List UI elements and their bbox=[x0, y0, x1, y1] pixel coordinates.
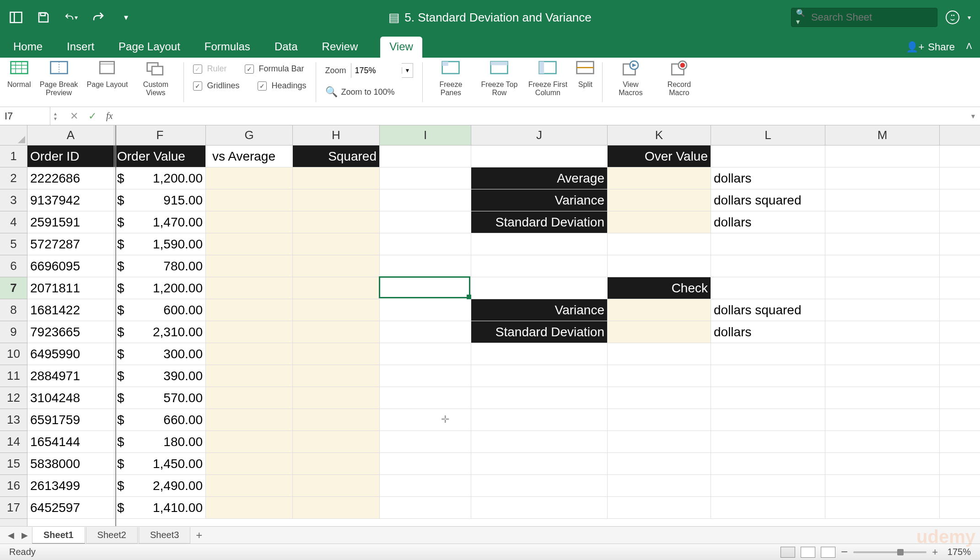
gridlines-checkbox[interactable]: ✓Gridlines bbox=[193, 79, 239, 92]
cell-F8[interactable]: $600.00 bbox=[114, 299, 206, 321]
cell-G13[interactable] bbox=[206, 409, 293, 431]
split-button[interactable]: Split bbox=[573, 59, 598, 105]
tab-view[interactable]: View bbox=[380, 37, 422, 58]
cell-A6[interactable]: 6696095 bbox=[27, 255, 114, 277]
cell-N9[interactable] bbox=[940, 321, 980, 343]
normal-view-icon[interactable] bbox=[781, 547, 795, 558]
cell-J1[interactable] bbox=[471, 145, 608, 167]
row-header-13[interactable]: 13 bbox=[0, 409, 27, 431]
cell-M4[interactable] bbox=[825, 211, 940, 233]
save-icon[interactable] bbox=[37, 11, 50, 24]
cell-N1[interactable] bbox=[940, 145, 980, 167]
cell-L12[interactable] bbox=[711, 387, 825, 409]
column-headers[interactable]: AFGHIJKLMN bbox=[27, 125, 980, 145]
freezetop-button[interactable]: Freeze Top Row bbox=[476, 59, 522, 105]
cell-J2[interactable]: Average bbox=[471, 167, 608, 189]
cell-A3[interactable]: 9137942 bbox=[27, 189, 114, 211]
panel-icon[interactable] bbox=[9, 11, 23, 24]
cell-A16[interactable]: 2613499 bbox=[27, 475, 114, 497]
cell-G10[interactable] bbox=[206, 343, 293, 365]
cell-I14[interactable] bbox=[380, 431, 471, 453]
cell-G2[interactable] bbox=[206, 167, 293, 189]
cell-G16[interactable] bbox=[206, 475, 293, 497]
col-header-A[interactable]: A bbox=[27, 125, 114, 145]
cell-K17[interactable] bbox=[608, 497, 711, 519]
pagelayout-view-icon[interactable] bbox=[801, 547, 815, 558]
cell-L17[interactable] bbox=[711, 497, 825, 519]
freezepanes-button[interactable]: Freeze Panes bbox=[427, 59, 474, 105]
cell-G9[interactable] bbox=[206, 321, 293, 343]
cell-G6[interactable] bbox=[206, 255, 293, 277]
cell-I3[interactable] bbox=[380, 189, 471, 211]
cell-G4[interactable] bbox=[206, 211, 293, 233]
row-header-11[interactable]: 11 bbox=[0, 365, 27, 387]
row-header-12[interactable]: 12 bbox=[0, 387, 27, 409]
row-header-17[interactable]: 17 bbox=[0, 497, 27, 519]
cell-J9[interactable]: Standard Deviation bbox=[471, 321, 608, 343]
cell-K11[interactable] bbox=[608, 365, 711, 387]
col-header-N[interactable]: N bbox=[940, 125, 980, 145]
share-button[interactable]: 👤+Share bbox=[906, 41, 955, 53]
cell-L3[interactable]: dollars squared bbox=[711, 189, 825, 211]
cell-H1[interactable]: Squared bbox=[293, 145, 380, 167]
cell-L2[interactable]: dollars bbox=[711, 167, 825, 189]
cell-M8[interactable] bbox=[825, 299, 940, 321]
zoom-dropdown[interactable]: ▼ bbox=[402, 67, 413, 74]
cell-A15[interactable]: 5838000 bbox=[27, 453, 114, 475]
cell-L1[interactable] bbox=[711, 145, 825, 167]
cell-A1[interactable]: Order ID bbox=[27, 145, 114, 167]
cell-N11[interactable] bbox=[940, 365, 980, 387]
cell-L11[interactable] bbox=[711, 365, 825, 387]
cell-K9[interactable] bbox=[608, 321, 711, 343]
cell-N8[interactable] bbox=[940, 299, 980, 321]
cell-K5[interactable] bbox=[608, 233, 711, 255]
tab-formulas[interactable]: Formulas bbox=[203, 37, 252, 58]
zoom-level[interactable]: 175% bbox=[943, 547, 971, 557]
row-header-7[interactable]: 7 bbox=[0, 277, 27, 299]
cell-G12[interactable] bbox=[206, 387, 293, 409]
row-header-5[interactable]: 5 bbox=[0, 233, 27, 255]
cell-I7[interactable] bbox=[380, 277, 471, 299]
cell-F14[interactable]: $180.00 bbox=[114, 431, 206, 453]
pagebreak-button[interactable]: Page Break Preview bbox=[36, 59, 82, 105]
cell-J14[interactable] bbox=[471, 431, 608, 453]
cell-H2[interactable] bbox=[293, 167, 380, 189]
cell-A11[interactable]: 2884971 bbox=[27, 365, 114, 387]
cell-M17[interactable] bbox=[825, 497, 940, 519]
redo-icon[interactable] bbox=[92, 11, 105, 24]
cell-J15[interactable] bbox=[471, 453, 608, 475]
spreadsheet[interactable]: AFGHIJKLMN 1234567891011121314151617 Ord… bbox=[0, 125, 980, 526]
cell-K6[interactable] bbox=[608, 255, 711, 277]
cell-K15[interactable] bbox=[608, 453, 711, 475]
cell-I9[interactable] bbox=[380, 321, 471, 343]
headings-checkbox[interactable]: ✓Headings bbox=[258, 79, 306, 92]
cell-A2[interactable]: 2222686 bbox=[27, 167, 114, 189]
sheet-prev[interactable]: ◀ bbox=[5, 530, 17, 540]
row-header-1[interactable]: 1 bbox=[0, 145, 27, 167]
cell-M7[interactable] bbox=[825, 277, 940, 299]
cell-I1[interactable] bbox=[380, 145, 471, 167]
cell-J13[interactable] bbox=[471, 409, 608, 431]
cell-I16[interactable] bbox=[380, 475, 471, 497]
cell-M10[interactable] bbox=[825, 343, 940, 365]
add-sheet-button[interactable]: + bbox=[191, 529, 207, 542]
cell-H14[interactable] bbox=[293, 431, 380, 453]
cell-F3[interactable]: $915.00 bbox=[114, 189, 206, 211]
row-header-15[interactable]: 15 bbox=[0, 453, 27, 475]
cell-L10[interactable] bbox=[711, 343, 825, 365]
cell-A9[interactable]: 7923665 bbox=[27, 321, 114, 343]
col-header-F[interactable]: F bbox=[114, 125, 206, 145]
cell-J12[interactable] bbox=[471, 387, 608, 409]
row-header-2[interactable]: 2 bbox=[0, 167, 27, 189]
cell-G7[interactable] bbox=[206, 277, 293, 299]
cell-F11[interactable]: $390.00 bbox=[114, 365, 206, 387]
row-header-8[interactable]: 8 bbox=[0, 299, 27, 321]
cell-G5[interactable] bbox=[206, 233, 293, 255]
qat-more-icon[interactable]: ▾ bbox=[119, 11, 133, 24]
row-headers[interactable]: 1234567891011121314151617 bbox=[0, 145, 27, 526]
cell-F9[interactable]: $2,310.00 bbox=[114, 321, 206, 343]
search-input[interactable] bbox=[811, 11, 932, 23]
cell-M1[interactable] bbox=[825, 145, 940, 167]
cell-H11[interactable] bbox=[293, 365, 380, 387]
cell-H15[interactable] bbox=[293, 453, 380, 475]
